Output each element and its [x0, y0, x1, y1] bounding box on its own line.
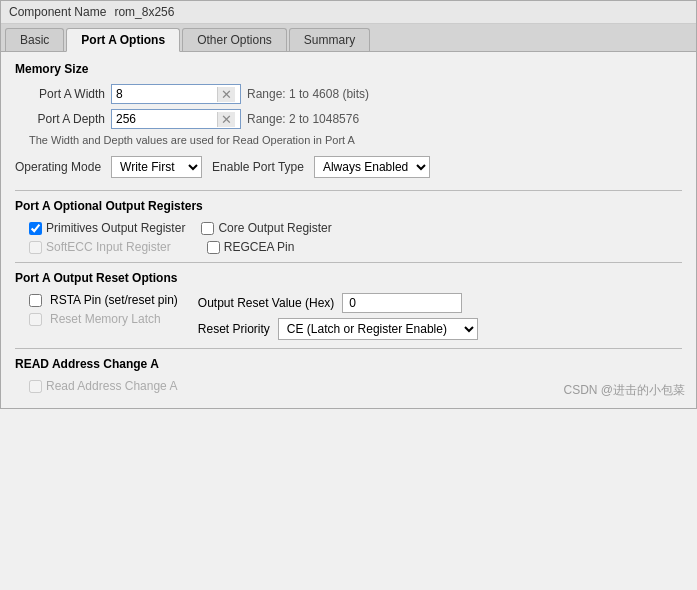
title-bar: Component Name rom_8x256 — [1, 1, 696, 24]
reset-memory-latch-label: Reset Memory Latch — [50, 312, 161, 326]
port-a-output-registers-title: Port A Optional Output Registers — [15, 199, 682, 213]
divider-3 — [15, 348, 682, 349]
port-a-width-label: Port A Width — [15, 87, 105, 101]
hint-text: The Width and Depth values are used for … — [29, 134, 682, 146]
port-a-output-registers-section: Port A Optional Output Registers Primiti… — [15, 199, 682, 254]
component-name-label: Component Name — [9, 5, 106, 19]
rsta-pin-label: RSTA Pin (set/reset pin) — [50, 293, 178, 307]
reset-priority-select[interactable]: CE (Latch or Register Enable) SR (Set/Re… — [278, 318, 478, 340]
port-a-output-reset-section: Port A Output Reset Options RSTA Pin (se… — [15, 271, 682, 340]
enable-port-type-select[interactable]: Always Enabled Use ENA Pin — [314, 156, 430, 178]
tab-basic[interactable]: Basic — [5, 28, 64, 51]
core-output-register-checkbox[interactable] — [201, 222, 214, 235]
primitives-output-register-checkbox[interactable] — [29, 222, 42, 235]
port-a-width-row: Port A Width ✕ Range: 1 to 4608 (bits) — [15, 84, 682, 104]
divider-1 — [15, 190, 682, 191]
port-a-width-clear-btn[interactable]: ✕ — [217, 87, 235, 102]
read-address-change-item: Read Address Change A — [29, 379, 177, 393]
reset-priority-label: Reset Priority — [198, 322, 270, 336]
divider-2 — [15, 262, 682, 263]
core-output-register-label: Core Output Register — [218, 221, 331, 235]
mode-row: Operating Mode Write First Read First No… — [15, 156, 682, 178]
primitives-output-register-item: Primitives Output Register — [29, 221, 185, 235]
core-output-register-item: Core Output Register — [201, 221, 331, 235]
softecc-input-register-label: SoftECC Input Register — [46, 240, 171, 254]
output-reset-value-label: Output Reset Value (Hex) — [198, 296, 335, 310]
tab-summary[interactable]: Summary — [289, 28, 370, 51]
output-reset-value-input[interactable] — [342, 293, 462, 313]
output-registers-row1: Primitives Output Register Core Output R… — [29, 221, 682, 235]
content-area: Memory Size Port A Width ✕ Range: 1 to 4… — [1, 52, 696, 408]
softecc-input-register-checkbox — [29, 241, 42, 254]
watermark: CSDN @进击的小包菜 — [563, 382, 685, 399]
memory-size-section: Memory Size Port A Width ✕ Range: 1 to 4… — [15, 62, 682, 146]
rsta-pin-checkbox[interactable] — [29, 294, 42, 307]
port-a-depth-input-container: ✕ — [111, 109, 241, 129]
port-a-depth-row: Port A Depth ✕ Range: 2 to 1048576 — [15, 109, 682, 129]
port-a-depth-input[interactable] — [112, 110, 217, 128]
tab-port-a-options[interactable]: Port A Options — [66, 28, 180, 52]
port-a-depth-clear-btn[interactable]: ✕ — [217, 112, 235, 127]
read-address-change-title: READ Address Change A — [15, 357, 682, 371]
reset-memory-latch-row: Reset Memory Latch — [29, 312, 178, 326]
port-a-width-range: Range: 1 to 4608 (bits) — [247, 87, 369, 101]
port-a-depth-label: Port A Depth — [15, 112, 105, 126]
operating-mode-label: Operating Mode — [15, 160, 101, 174]
read-address-change-checkbox — [29, 380, 42, 393]
regcea-pin-item: REGCEA Pin — [207, 240, 295, 254]
regcea-pin-checkbox[interactable] — [207, 241, 220, 254]
port-a-output-reset-title: Port A Output Reset Options — [15, 271, 682, 285]
port-a-width-input[interactable] — [112, 85, 217, 103]
port-a-depth-range: Range: 2 to 1048576 — [247, 112, 359, 126]
output-registers-row2: SoftECC Input Register REGCEA Pin — [29, 240, 682, 254]
operating-mode-select[interactable]: Write First Read First No Change — [111, 156, 202, 178]
regcea-pin-label: REGCEA Pin — [224, 240, 295, 254]
tab-other-options[interactable]: Other Options — [182, 28, 287, 51]
tab-bar: Basic Port A Options Other Options Summa… — [1, 24, 696, 52]
reset-options-container: RSTA Pin (set/reset pin) Reset Memory La… — [29, 293, 682, 340]
reset-right: Output Reset Value (Hex) Reset Priority … — [198, 293, 478, 340]
reset-priority-row: Reset Priority CE (Latch or Register Ena… — [198, 318, 478, 340]
reset-memory-latch-checkbox — [29, 313, 42, 326]
component-name-value: rom_8x256 — [114, 5, 174, 19]
read-address-change-label: Read Address Change A — [46, 379, 177, 393]
port-a-width-input-container: ✕ — [111, 84, 241, 104]
rsta-pin-row: RSTA Pin (set/reset pin) — [29, 293, 178, 307]
enable-port-type-label: Enable Port Type — [212, 160, 304, 174]
softecc-input-register-item: SoftECC Input Register — [29, 240, 171, 254]
output-reset-value-row: Output Reset Value (Hex) — [198, 293, 478, 313]
memory-size-title: Memory Size — [15, 62, 682, 76]
reset-left: RSTA Pin (set/reset pin) Reset Memory La… — [29, 293, 178, 340]
primitives-output-register-label: Primitives Output Register — [46, 221, 185, 235]
